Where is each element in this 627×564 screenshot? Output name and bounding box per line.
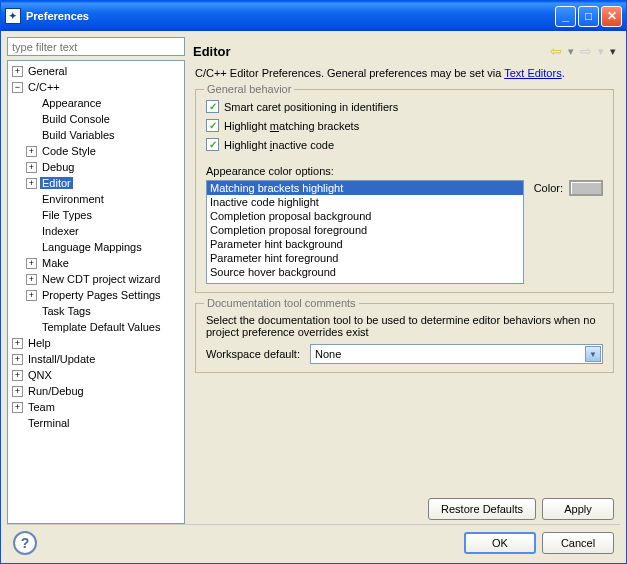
list-item[interactable]: Inactive code highlight <box>207 195 523 209</box>
tree-item-environment[interactable]: Environment <box>8 191 184 207</box>
documentation-group: Documentation tool comments Select the d… <box>195 303 614 373</box>
workspace-default-label: Workspace default: <box>206 348 300 360</box>
highlight-inactive-checkbox[interactable]: ✓Highlight inactive code <box>206 138 603 151</box>
color-button[interactable] <box>569 180 603 196</box>
maximize-button[interactable]: □ <box>578 6 599 27</box>
page-title: Editor <box>193 44 231 59</box>
close-button[interactable]: ✕ <box>601 6 622 27</box>
list-item[interactable]: Matching brackets highlight <box>207 181 523 195</box>
check-icon: ✓ <box>206 100 219 113</box>
color-label: Color: <box>534 182 563 194</box>
tree-item-install[interactable]: +Install/Update <box>8 351 184 367</box>
smart-caret-checkbox[interactable]: ✓Smart caret positioning in identifiers <box>206 100 603 113</box>
tree-item-buildvars[interactable]: Build Variables <box>8 127 184 143</box>
general-behavior-group: General behavior ✓Smart caret positionin… <box>195 89 614 293</box>
tree-item-filetypes[interactable]: File Types <box>8 207 184 223</box>
preference-tree[interactable]: +General −C/C++ Appearance Build Console… <box>7 60 185 524</box>
tree-item-langmap[interactable]: Language Mappings <box>8 239 184 255</box>
tree-item-team[interactable]: +Team <box>8 399 184 415</box>
tree-item-tasktags[interactable]: Task Tags <box>8 303 184 319</box>
tree-item-proppages[interactable]: +Property Pages Settings <box>8 287 184 303</box>
apply-button[interactable]: Apply <box>542 498 614 520</box>
list-item[interactable]: Parameter hint foreground <box>207 251 523 265</box>
tree-item-rundebug[interactable]: +Run/Debug <box>8 383 184 399</box>
chevron-down-icon: ▼ <box>585 346 601 362</box>
nav-forward-menu: ▾ <box>598 45 604 58</box>
nav-forward-icon: ⇨ <box>580 43 592 59</box>
list-item[interactable]: Completion proposal background <box>207 209 523 223</box>
window-title: Preferences <box>26 10 89 22</box>
list-item[interactable]: Parameter hint background <box>207 237 523 251</box>
tree-item-editor[interactable]: +Editor <box>8 175 184 191</box>
tree-item-help[interactable]: +Help <box>8 335 184 351</box>
nav-back-icon[interactable]: ⇦ <box>550 43 562 59</box>
group-label: Documentation tool comments <box>204 297 359 309</box>
list-item[interactable]: Source hover background <box>207 265 523 279</box>
check-icon: ✓ <box>206 138 219 151</box>
tree-item-newcdt[interactable]: +New CDT project wizard <box>8 271 184 287</box>
check-icon: ✓ <box>206 119 219 132</box>
restore-defaults-button[interactable]: Restore Defaults <box>428 498 536 520</box>
help-button[interactable]: ? <box>13 531 37 555</box>
tree-item-ccpp[interactable]: −C/C++ <box>8 79 184 95</box>
minimize-button[interactable]: _ <box>555 6 576 27</box>
group-label: General behavior <box>204 83 294 95</box>
ok-button[interactable]: OK <box>464 532 536 554</box>
tree-item-qnx[interactable]: +QNX <box>8 367 184 383</box>
tree-item-make[interactable]: +Make <box>8 255 184 271</box>
nav-back-menu[interactable]: ▾ <box>568 45 574 58</box>
tree-item-debug[interactable]: +Debug <box>8 159 184 175</box>
tree-item-general[interactable]: +General <box>8 63 184 79</box>
doc-description: Select the documentation tool to be used… <box>206 314 603 338</box>
tree-item-terminal[interactable]: Terminal <box>8 415 184 431</box>
text-editors-link[interactable]: Text Editors <box>504 67 561 79</box>
view-menu-icon[interactable]: ▾ <box>610 45 616 58</box>
workspace-default-combo[interactable]: None ▼ <box>310 344 603 364</box>
tree-item-appearance[interactable]: Appearance <box>8 95 184 111</box>
titlebar: ✦ Preferences _ □ ✕ <box>1 1 626 31</box>
app-icon: ✦ <box>5 8 21 24</box>
cancel-button[interactable]: Cancel <box>542 532 614 554</box>
appearance-list-label: Appearance color options: <box>206 165 603 177</box>
appearance-color-list[interactable]: Matching brackets highlight Inactive cod… <box>206 180 524 284</box>
filter-input[interactable] <box>7 37 185 56</box>
tree-item-buildconsole[interactable]: Build Console <box>8 111 184 127</box>
intro-text: C/C++ Editor Preferences. General prefer… <box>195 67 614 79</box>
highlight-matching-checkbox[interactable]: ✓Highlight matching brackets <box>206 119 603 132</box>
list-item[interactable]: Completion proposal foreground <box>207 223 523 237</box>
tree-item-templdef[interactable]: Template Default Values <box>8 319 184 335</box>
tree-item-codestyle[interactable]: +Code Style <box>8 143 184 159</box>
tree-item-indexer[interactable]: Indexer <box>8 223 184 239</box>
